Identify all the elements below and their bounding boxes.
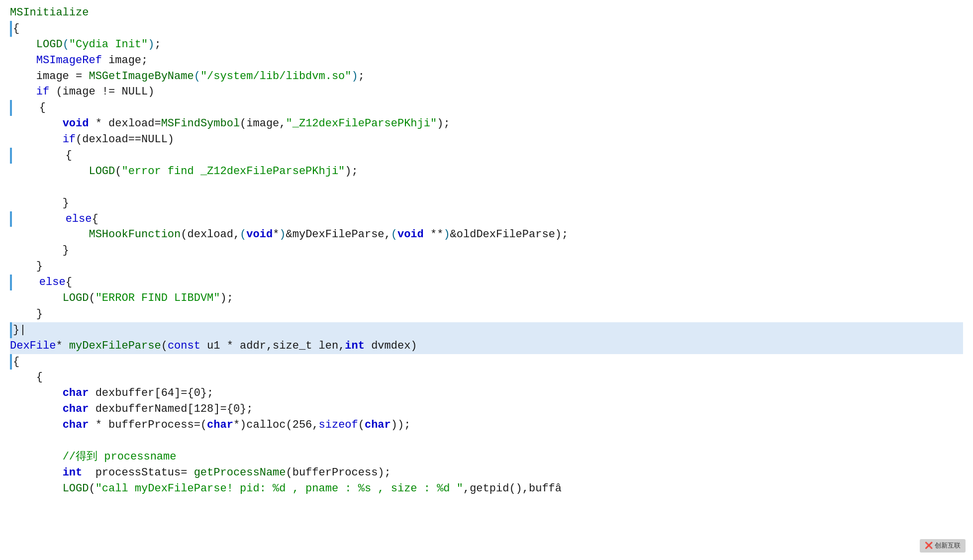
left-bar-7 bbox=[10, 100, 12, 116]
code-line-2: { bbox=[10, 21, 963, 37]
code-line-3: LOGD("Cydia Init"); bbox=[10, 37, 963, 53]
code-line-8: void * dexload=MSFindSymbol(image,"_Z12d… bbox=[10, 116, 963, 132]
left-bar-23 bbox=[10, 354, 12, 370]
left-bar-10 bbox=[10, 148, 12, 164]
code-line-23: { bbox=[10, 354, 963, 370]
code-line-13: } bbox=[10, 195, 963, 211]
code-line-19: LOGD("ERROR FIND LIBDVM"); bbox=[10, 290, 963, 306]
code-line-1: MSInitialize bbox=[10, 5, 963, 21]
code-line-26: char dexbufferNamed[128]={0}; bbox=[10, 401, 963, 417]
code-line-11: LOGD("error find _Z12dexFileParsePKhji")… bbox=[10, 164, 963, 180]
code-line-7: { bbox=[10, 100, 963, 116]
code-line-27: char * bufferProcess=(char*)calloc(256,s… bbox=[10, 417, 963, 433]
code-line-21: }| bbox=[10, 322, 963, 338]
code-line-22: DexFile* myDexFileParse(const u1 * addr,… bbox=[10, 338, 963, 354]
left-bar-18 bbox=[10, 275, 12, 290]
code-line-5: image = MSGetImageByName("/system/lib/li… bbox=[10, 69, 963, 85]
left-bar-14 bbox=[10, 211, 12, 227]
left-bar-2 bbox=[10, 21, 12, 37]
code-line-29: //得到 processname bbox=[10, 449, 963, 465]
code-line-18: else{ bbox=[10, 275, 963, 290]
code-line-12 bbox=[10, 180, 963, 195]
code-line-28 bbox=[10, 433, 963, 449]
code-line-16: } bbox=[10, 243, 963, 259]
code-line-4: MSImageRef image; bbox=[10, 53, 963, 69]
code-line-30: int processStatus= getProcessName(buffer… bbox=[10, 465, 963, 481]
code-line-6: if (image != NULL) bbox=[10, 84, 963, 100]
watermark: ❌ 创新互联 bbox=[920, 539, 966, 553]
code-line-15: MSHookFunction(dexload,(void*)&myDexFile… bbox=[10, 227, 963, 243]
code-line-17: } bbox=[10, 259, 963, 275]
code-line-14: else{ bbox=[10, 211, 963, 227]
code-line-10: { bbox=[10, 148, 963, 164]
code-line-9: if(dexload==NULL) bbox=[10, 132, 963, 148]
code-line-25: char dexbuffer[64]={0}; bbox=[10, 385, 963, 401]
code-line-20: } bbox=[10, 306, 963, 322]
code-line-31: LOGD("call myDexFileParse! pid: %d , pna… bbox=[10, 481, 963, 497]
code-editor: MSInitialize { LOGD("Cydia Init"); MSIma… bbox=[0, 0, 973, 560]
code-line-24: { bbox=[10, 370, 963, 385]
left-bar-21 bbox=[10, 322, 12, 338]
